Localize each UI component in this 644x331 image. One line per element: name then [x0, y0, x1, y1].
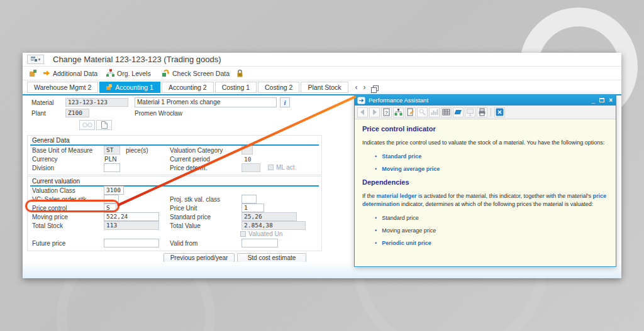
moving-price-label: Moving price	[32, 214, 68, 220]
performance-assistant-icon	[357, 97, 365, 104]
performance-assistant-title: Performance Assistant	[369, 97, 428, 104]
application-help-button[interactable]: ?	[381, 107, 392, 117]
base-unit-field[interactable]: ST	[104, 146, 120, 155]
total-value-field[interactable]: 2.854,38	[242, 221, 306, 230]
proj-stk-val-class-field[interactable]	[242, 195, 257, 203]
arrow-right-icon	[43, 70, 50, 77]
tab-label: Warehouse Mgmt 2	[34, 84, 91, 91]
checkbox-icon	[268, 165, 274, 170]
tab-overview-button[interactable]	[371, 85, 379, 93]
org-levels-button[interactable]: Org. Levels	[106, 68, 151, 78]
moving-average-price-item: Moving average price	[382, 227, 436, 234]
tab-costing-1[interactable]: Costing 1	[215, 82, 257, 93]
copy-page-icon	[371, 85, 379, 93]
dependencies-paragraph: If the material ledger is activated for …	[362, 192, 608, 209]
print-button[interactable]	[477, 107, 487, 117]
ml-act-label: ML act.	[276, 164, 296, 171]
levels-icon	[430, 108, 438, 116]
tab-accounting-1[interactable]: Accounting 1	[99, 82, 160, 93]
display-change-toggle-button[interactable]	[29, 68, 37, 78]
sort-button[interactable]	[429, 107, 440, 117]
general-data-title: General Data	[32, 137, 69, 144]
moving-average-price-link[interactable]: Moving average price	[382, 166, 440, 172]
group-rule	[30, 144, 319, 146]
ml-act-checkbox[interactable]: ML act.	[268, 164, 296, 171]
total-stock-label: Total Stock	[32, 222, 63, 229]
help-content: Price control indicator Indicates the pr…	[355, 119, 616, 246]
screen-button[interactable]	[465, 107, 475, 117]
tab-scroll-right-button[interactable]: ›	[364, 82, 366, 93]
performance-assistant-toolbar: ?	[355, 106, 616, 119]
tab-accounting-2[interactable]: Accounting 2	[162, 82, 214, 93]
text-fragment: indicator, determines at which of the fo…	[400, 201, 594, 207]
tab-warehouse-mgmt-2[interactable]: Warehouse Mgmt 2	[27, 82, 98, 93]
search-icon	[418, 108, 426, 116]
tab-costing-2[interactable]: Costing 2	[258, 82, 299, 93]
glossary-button[interactable]	[405, 107, 416, 117]
periodic-unit-price-link[interactable]: Periodic unit price	[382, 240, 431, 246]
future-price-field[interactable]	[104, 239, 159, 247]
window-menu-button[interactable]: ▾	[27, 55, 44, 64]
back-button[interactable]	[357, 107, 368, 117]
forward-button[interactable]	[369, 107, 380, 117]
close-help-button[interactable]	[494, 107, 505, 117]
base-unit-label: Base Unit of Measure	[32, 147, 92, 154]
create-button[interactable]	[96, 120, 112, 130]
tab-label: Costing 1	[222, 84, 250, 91]
moving-price-field[interactable]: 522,24	[104, 212, 159, 221]
standard-price-link[interactable]: Standard price	[382, 153, 421, 160]
display-button[interactable]	[79, 120, 95, 130]
library-icon	[454, 108, 462, 116]
valuated-un-label: Valuated Un	[248, 231, 282, 237]
forward-arrow-icon	[370, 108, 379, 116]
text-fragment: If the	[362, 193, 377, 199]
display-change-icon	[29, 69, 37, 77]
text-fragment: is activated for the material, this indi…	[417, 193, 593, 199]
material-ledger-link[interactable]: material ledger	[377, 193, 417, 199]
table-view-button[interactable]	[441, 107, 452, 117]
toolbar-separator	[491, 108, 491, 116]
base-unit-suffix: piece(s)	[126, 147, 148, 154]
price-unit-field[interactable]: 1	[242, 203, 264, 212]
list-item: Moving average price	[375, 166, 608, 172]
tab-scroll-left-button[interactable]: ‹	[355, 82, 358, 93]
valuated-un-checkbox[interactable]: Valuated Un	[240, 231, 282, 237]
valuation-class-field[interactable]: 3100	[104, 186, 124, 195]
price-determ-field[interactable]	[242, 163, 260, 172]
future-price-label: Future price	[32, 240, 65, 247]
valuation-category-label: Valuation Category	[170, 147, 223, 154]
info-button[interactable]: i	[280, 97, 290, 107]
tab-plant-stock[interactable]: Plant Stock	[301, 82, 348, 93]
standard-price-item: Standard price	[382, 215, 419, 221]
minimize-button[interactable]: _	[592, 97, 596, 104]
standard-price-field[interactable]: 25,26	[242, 212, 297, 221]
structure-button[interactable]	[393, 107, 404, 117]
tab-label: Costing 2	[265, 84, 292, 91]
org-levels-icon	[106, 69, 114, 77]
material-description-field[interactable]: Materiał 1 Promen xls change	[135, 97, 277, 107]
performance-assistant-titlebar[interactable]: Performance Assistant _ ×	[355, 95, 616, 106]
valid-from-field[interactable]	[242, 239, 278, 247]
price-options-list: Standard price Moving average price	[375, 153, 608, 172]
application-toolbar: Additional Data Org. Levels Check Screen…	[23, 67, 621, 80]
tab-label: Accounting 1	[115, 84, 153, 91]
currency-label: Currency	[32, 156, 58, 163]
material-field[interactable]: 123-123-123	[65, 98, 128, 107]
plant-field[interactable]: Z100	[65, 109, 89, 117]
division-field[interactable]	[104, 163, 120, 172]
check-screen-data-button[interactable]: Check Screen Data	[162, 68, 230, 78]
total-stock-field[interactable]: 113	[104, 221, 159, 230]
currency-value: PLN	[104, 156, 116, 163]
search-button[interactable]	[417, 107, 428, 117]
maximize-button[interactable]	[599, 98, 604, 102]
tab-strip: Warehouse Mgmt 2 Accounting 1 Accounting…	[23, 80, 621, 95]
svg-text:?: ?	[385, 110, 388, 116]
close-button[interactable]: ×	[609, 97, 613, 104]
additional-data-button[interactable]: Additional Data	[43, 68, 97, 78]
chevron-down-icon: ▾	[38, 57, 41, 62]
transaction-grid-icon	[31, 57, 37, 62]
lock-button[interactable]	[236, 68, 243, 78]
sap-library-button[interactable]	[453, 107, 464, 117]
checkbox-icon	[240, 231, 246, 237]
performance-assistant-window: Performance Assistant _ × ? Price contro…	[354, 94, 616, 267]
